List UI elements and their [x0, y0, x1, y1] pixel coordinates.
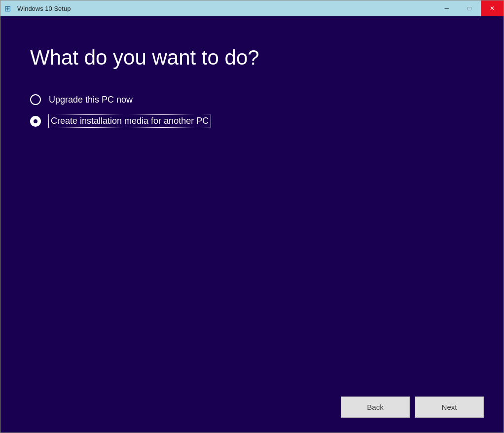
radio-inner-dot: [34, 119, 37, 123]
next-button[interactable]: Next: [415, 397, 484, 418]
page-title: What do you want to do?: [30, 46, 474, 70]
titlebar-controls: ─ □ ✕: [435, 0, 504, 16]
minimize-icon: ─: [445, 5, 449, 12]
radio-create-media[interactable]: [30, 116, 41, 127]
close-button[interactable]: ✕: [481, 0, 504, 16]
option-upgrade[interactable]: Upgrade this PC now: [30, 94, 474, 105]
close-icon: ✕: [490, 5, 495, 12]
maximize-button[interactable]: □: [458, 0, 481, 16]
window-title: Windows 10 Setup: [17, 5, 71, 12]
minimize-button[interactable]: ─: [435, 0, 458, 16]
radio-upgrade[interactable]: [30, 94, 41, 105]
option-create-media-label: Create installation media for another PC: [49, 115, 211, 127]
option-create-media[interactable]: Create installation media for another PC: [30, 115, 474, 127]
setup-window: ⊞ Windows 10 Setup ─ □ ✕ What do you wan…: [0, 0, 504, 433]
options-list: Upgrade this PC now Create installation …: [30, 94, 474, 127]
back-button[interactable]: Back: [341, 397, 410, 418]
option-upgrade-label: Upgrade this PC now: [49, 95, 133, 105]
titlebar-left: ⊞ Windows 10 Setup: [4, 4, 71, 13]
main-content: What do you want to do? Upgrade this PC …: [0, 16, 504, 433]
bottom-bar: Back Next: [341, 397, 484, 418]
app-icon: ⊞: [4, 4, 13, 13]
maximize-icon: □: [468, 5, 471, 12]
titlebar: ⊞ Windows 10 Setup ─ □ ✕: [0, 0, 504, 16]
